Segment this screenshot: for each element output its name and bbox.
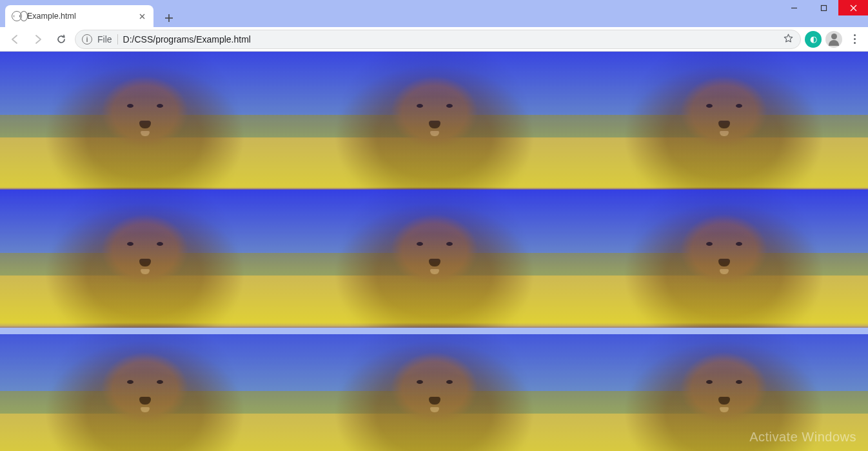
info-icon[interactable]: i bbox=[82, 34, 92, 45]
window-controls bbox=[779, 0, 868, 15]
tile-gap bbox=[0, 328, 868, 334]
tab-title: Example.html bbox=[27, 12, 76, 21]
menu-button[interactable] bbox=[846, 34, 863, 44]
new-tab-button[interactable] bbox=[160, 9, 178, 27]
maximize-button[interactable] bbox=[809, 0, 838, 15]
url-text: D:/CSS/programs/Example.html bbox=[123, 34, 251, 45]
viewport: Activate Windows bbox=[0, 52, 868, 451]
gradient-overlay bbox=[0, 52, 868, 451]
profile-avatar[interactable] bbox=[825, 31, 842, 48]
address-bar[interactable]: i File D:/CSS/programs/Example.html bbox=[75, 30, 801, 49]
svg-rect-1 bbox=[821, 5, 826, 10]
forward-button[interactable] bbox=[28, 30, 48, 49]
back-button[interactable] bbox=[5, 30, 25, 49]
separator bbox=[117, 34, 118, 45]
url-scheme-label: File bbox=[97, 34, 112, 45]
page-body bbox=[0, 52, 868, 451]
minimize-button[interactable] bbox=[779, 0, 809, 15]
reload-button[interactable] bbox=[52, 30, 71, 49]
close-button[interactable] bbox=[838, 0, 868, 15]
tab-strip: Example.html bbox=[5, 5, 778, 27]
extension-badge[interactable]: ◐ bbox=[805, 31, 822, 48]
globe-icon bbox=[12, 11, 22, 21]
tab-close-icon[interactable] bbox=[137, 11, 147, 21]
tab-active[interactable]: Example.html bbox=[5, 5, 153, 27]
titlebar bbox=[0, 0, 868, 5]
toolbar: i File D:/CSS/programs/Example.html ◐ bbox=[0, 27, 868, 52]
bookmark-star-icon[interactable] bbox=[783, 33, 794, 46]
